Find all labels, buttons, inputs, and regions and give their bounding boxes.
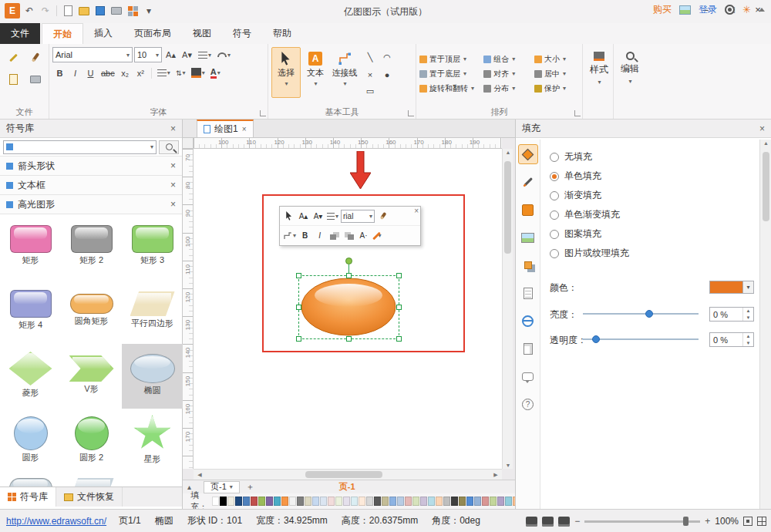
opacity-value[interactable]: 0 % ▲▼ <box>709 332 754 347</box>
hyperlink-icon[interactable] <box>518 311 538 331</box>
tab-插入[interactable]: 插入 <box>83 23 123 44</box>
draw-tool-◠[interactable]: ◠ <box>379 50 395 65</box>
tab-文件[interactable]: 文件 <box>0 23 40 44</box>
tab-开始[interactable]: 开始 <box>42 23 83 44</box>
fill-option-无填充[interactable]: 无填充 <box>540 147 759 167</box>
palette-swatch[interactable] <box>443 497 450 506</box>
arrange-旋转和翻转[interactable]: 旋转和翻转▾ <box>419 81 480 96</box>
arrange-组合[interactable]: 组合▾ <box>483 52 531 66</box>
fill-panel-scrollbar[interactable]: ▲ <box>759 140 771 509</box>
search-button[interactable] <box>159 140 179 154</box>
arrange-置于顶层[interactable]: 置于顶层▾ <box>419 52 480 66</box>
text-highlight-button[interactable]: ▾ <box>189 66 207 80</box>
palette-swatch[interactable] <box>451 497 458 506</box>
section-高光图形[interactable]: 高光图形× <box>0 195 182 214</box>
palette-swatch[interactable] <box>359 497 365 506</box>
section-文本框[interactable]: 文本框× <box>0 176 182 195</box>
palette-swatch[interactable] <box>266 497 273 506</box>
palette-swatch[interactable] <box>281 497 288 506</box>
draw-tool-×[interactable]: × <box>362 67 378 82</box>
mini-pen-icon[interactable]: ▾ <box>372 229 385 243</box>
resize-handle-se[interactable] <box>396 336 402 342</box>
palette-swatch[interactable] <box>297 497 304 506</box>
font-style-U[interactable]: U <box>83 66 98 80</box>
palette-swatch[interactable] <box>212 497 219 506</box>
document-tab[interactable]: 绘图1 × <box>197 120 254 137</box>
fill-option-单色填充[interactable]: 单色填充 <box>540 167 759 186</box>
mini-italic[interactable]: I <box>313 229 326 243</box>
arrange-保护[interactable]: 保护▾ <box>534 81 579 96</box>
palette-swatch[interactable] <box>335 497 342 506</box>
mini-shrink-font[interactable]: A▾ <box>311 209 325 223</box>
color-dropdown-icon[interactable]: ▾ <box>742 281 753 293</box>
format-painter-icon[interactable] <box>5 50 23 65</box>
arc-text-button[interactable]: ▾ <box>215 48 233 62</box>
view-normal-icon[interactable] <box>526 517 537 527</box>
mini-size-icon[interactable]: A· <box>357 229 370 243</box>
resize-handle-e[interactable] <box>396 305 402 310</box>
tab-帮助[interactable]: 帮助 <box>262 23 302 44</box>
bullet-list-button[interactable]: ▾ <box>155 66 173 80</box>
tab-符号[interactable]: 符号 <box>222 23 262 44</box>
zoom-slider-thumb[interactable] <box>683 517 689 526</box>
share-icon[interactable] <box>679 5 691 15</box>
palette-swatch[interactable] <box>251 497 258 506</box>
palette-swatch[interactable] <box>243 497 250 506</box>
palette-swatch[interactable] <box>374 497 381 506</box>
palette-swatch[interactable] <box>274 497 281 506</box>
symbol-平行四边形[interactable]: 平行四边形 <box>122 279 183 344</box>
resize-handle-n[interactable] <box>346 273 352 278</box>
palette-swatch[interactable] <box>366 497 373 506</box>
draw-tool-╲[interactable]: ╲ <box>362 50 378 65</box>
symbol-partial[interactable] <box>61 473 122 487</box>
view-pan-icon[interactable] <box>558 517 570 527</box>
draw-tool-▭[interactable]: ▭ <box>362 84 378 99</box>
palette-swatch[interactable] <box>482 497 489 506</box>
close-document-icon[interactable]: × <box>242 125 247 133</box>
section-close-icon[interactable]: × <box>170 199 176 210</box>
edit-button[interactable]: 编辑 ▾ <box>617 47 643 101</box>
help-icon[interactable] <box>518 394 538 414</box>
brightness-value[interactable]: 0 % ▲▼ <box>709 307 754 322</box>
symbol-矩形 4[interactable]: 矩形 4 <box>0 279 61 344</box>
font-dialog-launcher[interactable] <box>260 110 266 116</box>
arrange-置于底层[interactable]: 置于底层▾ <box>419 66 480 81</box>
symbol-矩形 2[interactable]: 矩形 2 <box>61 214 122 279</box>
zoom-out-button[interactable]: − <box>574 516 580 527</box>
tools-dialog-launcher[interactable] <box>408 110 414 116</box>
symbol-圆角矩形[interactable]: 圆角矩形 <box>61 279 122 344</box>
palette-swatch[interactable] <box>235 497 242 506</box>
font-style-x₂[interactable]: x₂ <box>118 66 133 80</box>
fill-color-picker[interactable]: ▾ <box>709 281 754 294</box>
quick-color-icon[interactable] <box>518 200 538 220</box>
note-tool-icon[interactable] <box>518 283 538 303</box>
palette-swatch[interactable] <box>389 497 396 506</box>
fill-option-渐变填充[interactable]: 渐变填充 <box>540 186 759 205</box>
tab-视图[interactable]: 视图 <box>182 23 222 44</box>
palette-swatch[interactable] <box>343 497 350 506</box>
palette-swatch[interactable] <box>220 497 227 506</box>
section-箭头形状[interactable]: 箭头形状× <box>0 157 182 176</box>
symbol-矩形 3[interactable]: 矩形 3 <box>122 214 183 279</box>
palette-swatch[interactable] <box>428 497 435 506</box>
close-panel-icon[interactable]: × <box>170 123 176 134</box>
paste-icon[interactable] <box>5 72 23 86</box>
mini-connector-icon[interactable]: ▾ <box>282 229 297 243</box>
page-setup-icon[interactable] <box>518 338 538 359</box>
palette-swatch[interactable] <box>474 497 481 506</box>
palette-swatch[interactable] <box>351 497 358 506</box>
shrink-font-button[interactable]: A▾ <box>180 48 194 62</box>
arrange-分布[interactable]: 分布▾ <box>483 81 531 96</box>
symbol-圆形[interactable]: 圆形 <box>0 409 61 473</box>
palette-swatch[interactable] <box>397 497 404 506</box>
symbol-菱形[interactable]: 菱形 <box>0 344 61 409</box>
zoom-in-button[interactable]: + <box>705 516 710 527</box>
comment-tool-icon[interactable] <box>518 366 538 386</box>
vertical-scrollbar[interactable]: ▲ ▼ <box>502 149 513 469</box>
fill-option-单色渐变填充[interactable]: 单色渐变填充 <box>540 205 759 224</box>
arrange-居中[interactable]: 居中▾ <box>534 66 579 81</box>
resize-handle-w[interactable] <box>296 305 301 310</box>
resize-handle-sw[interactable] <box>296 336 301 342</box>
mini-send-back-icon[interactable] <box>342 229 355 243</box>
resize-handle-ne[interactable] <box>396 273 402 278</box>
